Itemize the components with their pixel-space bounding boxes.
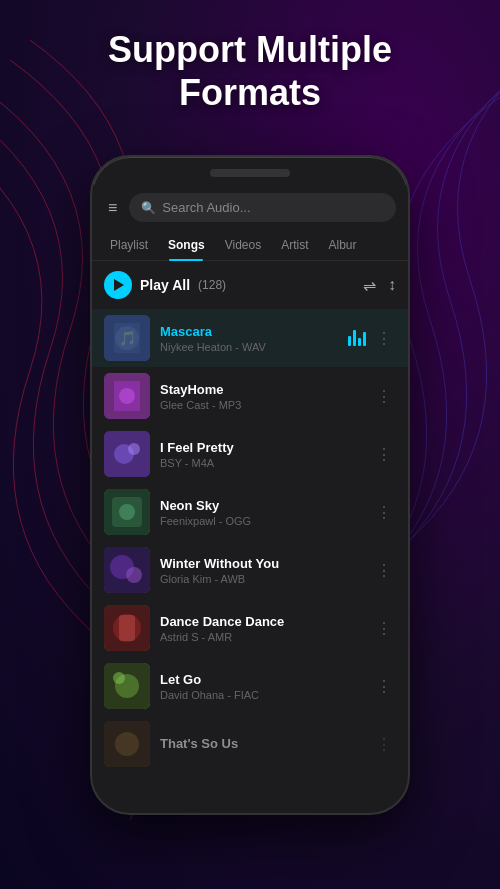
song-thumbnail xyxy=(104,431,150,477)
svg-point-6 xyxy=(119,388,135,404)
svg-rect-18 xyxy=(119,615,135,641)
tab-artist[interactable]: Artist xyxy=(271,230,318,260)
song-meta: David Ohana - FIAC xyxy=(160,689,362,701)
tab-videos[interactable]: Videos xyxy=(215,230,271,260)
song-title: That's So Us xyxy=(160,736,362,751)
tabs-bar: Playlist Songs Videos Artist Albur xyxy=(92,230,408,261)
phone-mockup: ≡ 🔍 Search Audio... Playlist Songs Video… xyxy=(90,155,410,815)
tab-songs[interactable]: Songs xyxy=(158,230,215,260)
header-title: Support Multiple Formats xyxy=(0,28,500,114)
song-title: I Feel Pretty xyxy=(160,440,362,455)
svg-point-15 xyxy=(126,567,142,583)
search-area: ≡ 🔍 Search Audio... xyxy=(92,185,408,230)
song-meta: Glee Cast - MP3 xyxy=(160,399,362,411)
phone-notch xyxy=(210,169,290,177)
song-info: Dance Dance Dance Astrid S - AMR xyxy=(160,614,362,643)
song-controls: ⋮ xyxy=(372,673,396,700)
song-info: Let Go David Ohana - FIAC xyxy=(160,672,362,701)
tab-album[interactable]: Albur xyxy=(319,230,367,260)
play-all-button[interactable] xyxy=(104,271,132,299)
more-options-icon[interactable]: ⋮ xyxy=(372,325,396,352)
song-title: Neon Sky xyxy=(160,498,362,513)
more-options-icon[interactable]: ⋮ xyxy=(372,731,396,758)
song-controls: ⋮ xyxy=(372,557,396,584)
play-triangle-icon xyxy=(114,279,124,291)
song-title: Dance Dance Dance xyxy=(160,614,362,629)
play-all-left: Play All (128) xyxy=(104,271,226,299)
play-all-count: (128) xyxy=(198,278,226,292)
song-info: That's So Us xyxy=(160,736,362,753)
song-meta: Astrid S - AMR xyxy=(160,631,362,643)
phone-screen: ≡ 🔍 Search Audio... Playlist Songs Video… xyxy=(92,185,408,813)
search-icon: 🔍 xyxy=(141,201,156,215)
song-list: 🎵 Mascara Niykee Heaton - WAV ⋮ xyxy=(92,309,408,773)
search-placeholder: Search Audio... xyxy=(162,200,250,215)
song-title: Mascara xyxy=(160,324,338,339)
hamburger-icon[interactable]: ≡ xyxy=(104,195,121,221)
song-meta: BSY - M4A xyxy=(160,457,362,469)
song-item[interactable]: StayHome Glee Cast - MP3 ⋮ xyxy=(92,367,408,425)
song-info: StayHome Glee Cast - MP3 xyxy=(160,382,362,411)
song-item[interactable]: Winter Without You Gloria Kim - AWB ⋮ xyxy=(92,541,408,599)
more-options-icon[interactable]: ⋮ xyxy=(372,383,396,410)
song-item[interactable]: Dance Dance Dance Astrid S - AMR ⋮ xyxy=(92,599,408,657)
song-title: Let Go xyxy=(160,672,362,687)
song-controls: ⋮ xyxy=(372,615,396,642)
title-line1: Support Multiple xyxy=(30,28,470,71)
song-meta: Niykee Heaton - WAV xyxy=(160,341,338,353)
song-info: Mascara Niykee Heaton - WAV xyxy=(160,324,338,353)
shuffle-icon[interactable]: ⇌ xyxy=(363,276,376,295)
song-thumbnail xyxy=(104,547,150,593)
song-info: Neon Sky Feenixpawl - OGG xyxy=(160,498,362,527)
svg-point-9 xyxy=(128,443,140,455)
song-info: I Feel Pretty BSY - M4A xyxy=(160,440,362,469)
svg-point-23 xyxy=(115,732,139,756)
more-options-icon[interactable]: ⋮ xyxy=(372,557,396,584)
song-title: StayHome xyxy=(160,382,362,397)
song-thumbnail xyxy=(104,663,150,709)
equalizer-icon xyxy=(348,330,366,346)
tab-playlist[interactable]: Playlist xyxy=(100,230,158,260)
more-options-icon[interactable]: ⋮ xyxy=(372,441,396,468)
play-all-controls: ⇌ ↕ xyxy=(363,276,396,295)
song-thumbnail xyxy=(104,721,150,767)
song-thumbnail xyxy=(104,373,150,419)
song-item[interactable]: 🎵 Mascara Niykee Heaton - WAV ⋮ xyxy=(92,309,408,367)
song-thumbnail: 🎵 xyxy=(104,315,150,361)
song-title: Winter Without You xyxy=(160,556,362,571)
sort-icon[interactable]: ↕ xyxy=(388,276,396,294)
song-item[interactable]: Let Go David Ohana - FIAC ⋮ xyxy=(92,657,408,715)
more-options-icon[interactable]: ⋮ xyxy=(372,499,396,526)
song-info: Winter Without You Gloria Kim - AWB xyxy=(160,556,362,585)
title-line2: Formats xyxy=(30,71,470,114)
song-item[interactable]: Neon Sky Feenixpawl - OGG ⋮ xyxy=(92,483,408,541)
more-options-icon[interactable]: ⋮ xyxy=(372,673,396,700)
svg-point-12 xyxy=(119,504,135,520)
svg-text:🎵: 🎵 xyxy=(119,330,137,347)
song-controls: ⋮ xyxy=(372,441,396,468)
song-meta: Gloria Kim - AWB xyxy=(160,573,362,585)
song-controls: ⋮ xyxy=(372,731,396,758)
song-thumbnail xyxy=(104,605,150,651)
song-meta: Feenixpawl - OGG xyxy=(160,515,362,527)
play-all-label: Play All xyxy=(140,277,190,293)
song-item[interactable]: I Feel Pretty BSY - M4A ⋮ xyxy=(92,425,408,483)
more-options-icon[interactable]: ⋮ xyxy=(372,615,396,642)
song-item[interactable]: That's So Us ⋮ xyxy=(92,715,408,773)
search-bar[interactable]: 🔍 Search Audio... xyxy=(129,193,396,222)
song-controls: ⋮ xyxy=(372,499,396,526)
svg-point-21 xyxy=(113,672,125,684)
song-controls: ⋮ xyxy=(372,383,396,410)
song-controls: ⋮ xyxy=(348,325,396,352)
song-thumbnail xyxy=(104,489,150,535)
play-all-row: Play All (128) ⇌ ↕ xyxy=(92,261,408,309)
